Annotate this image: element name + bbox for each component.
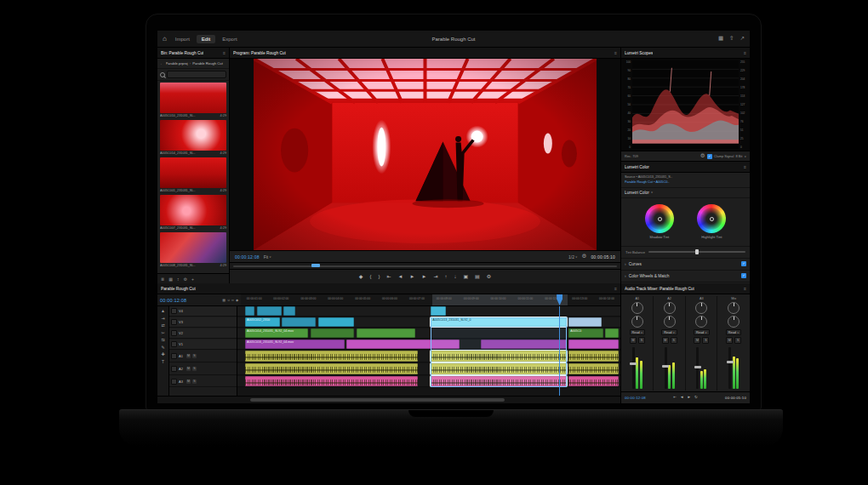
- track-header[interactable]: A3 M S: [169, 376, 237, 387]
- play-button[interactable]: ►: [409, 274, 414, 279]
- send-knob[interactable]: [631, 316, 643, 328]
- nest-icon[interactable]: ▦: [222, 298, 226, 302]
- timeline-clip[interactable]: A005C014_231031_SL92_04.mov: [245, 328, 308, 338]
- snap-icon[interactable]: ∪: [227, 298, 230, 302]
- timeline-clip[interactable]: [283, 306, 295, 316]
- panel-menu-icon[interactable]: ≡: [744, 286, 746, 291]
- pan-knob[interactable]: [664, 302, 676, 314]
- add-marker-button[interactable]: ◆: [359, 274, 363, 279]
- timeline-clip[interactable]: A005C012_2310: [245, 317, 280, 327]
- solo-button[interactable]: S: [702, 337, 709, 344]
- fader-handle[interactable]: [694, 366, 701, 368]
- track-header[interactable]: A2 M S: [169, 363, 237, 375]
- slip-tool[interactable]: ⇆: [161, 338, 164, 342]
- step-back-button[interactable]: ◄: [398, 274, 403, 279]
- timeline-clip[interactable]: A005C016_231031_SL92_04.mov: [245, 340, 345, 349]
- track-toggle[interactable]: [171, 330, 177, 336]
- slider-handle[interactable]: [695, 249, 699, 254]
- fullscreen-icon[interactable]: ↗: [740, 36, 745, 42]
- bin-clip-item[interactable]: A005C014_231031_SL.. 4:29: [160, 120, 226, 156]
- timeline-clip[interactable]: [245, 351, 418, 362]
- fader-track[interactable]: [696, 347, 699, 389]
- fader-handle[interactable]: [662, 365, 669, 368]
- clip-thumbnail[interactable]: [160, 157, 226, 188]
- bin-tab[interactable]: Bin: Parable Rough Cut: [161, 51, 203, 55]
- timeline-clip[interactable]: [568, 340, 619, 349]
- timeline-clip[interactable]: [568, 376, 619, 386]
- track-solo-button[interactable]: S: [192, 379, 197, 384]
- section-enabled-checkbox[interactable]: ✓: [741, 261, 746, 266]
- timeline-clip[interactable]: [568, 351, 619, 362]
- panel-menu-icon[interactable]: ≡: [223, 50, 226, 55]
- timeline-ruler[interactable]: 00:00:01:00 00:00:02:00 00:00:03:00 00:0…: [241, 294, 620, 305]
- ripple-edit-tool[interactable]: ⇄: [161, 323, 164, 328]
- track-toggle[interactable]: [171, 308, 177, 314]
- solo-button[interactable]: S: [638, 337, 645, 344]
- mark-out-button[interactable]: }: [378, 274, 380, 279]
- lumetri-effect-select[interactable]: Lumetri Color ∨: [621, 188, 750, 198]
- track-toggle[interactable]: [171, 379, 177, 385]
- fader-track[interactable]: [632, 347, 635, 389]
- lumetri-section[interactable]: › Curves ✓: [621, 259, 750, 271]
- section-enabled-checkbox[interactable]: ✓: [741, 273, 746, 278]
- go-to-in-button[interactable]: ⇤: [673, 396, 677, 400]
- panel-menu-icon[interactable]: ≡: [744, 50, 746, 55]
- timeline-clip[interactable]: [318, 317, 355, 327]
- go-to-in-button[interactable]: ⇤: [387, 274, 391, 279]
- breadcrumb-bin[interactable]: Parable Rough Cut: [192, 61, 223, 66]
- pan-knob[interactable]: [695, 302, 707, 314]
- tint-wheel[interactable]: [645, 204, 674, 233]
- play-button[interactable]: ►: [688, 396, 691, 400]
- program-scrubber[interactable]: [230, 262, 620, 269]
- scrubber-handle[interactable]: [311, 264, 320, 267]
- new-bin-icon[interactable]: +: [191, 277, 194, 282]
- playback-resolution-select[interactable]: 1/2 ∨: [568, 254, 578, 260]
- mute-button[interactable]: M: [630, 337, 637, 344]
- pan-knob[interactable]: [728, 302, 740, 314]
- sort-icon[interactable]: ↕: [177, 277, 180, 282]
- razor-tool[interactable]: ✂: [161, 331, 164, 335]
- solo-button[interactable]: S: [734, 337, 741, 344]
- mute-button[interactable]: M: [694, 337, 700, 344]
- automation-mode-select[interactable]: Read ∨: [726, 329, 742, 335]
- mixer-tab[interactable]: Audio Track Mixer: Parable Rough Cut: [625, 287, 694, 291]
- clip-thumbnail[interactable]: [160, 195, 226, 225]
- type-tool[interactable]: T: [162, 360, 164, 364]
- lumetri-color-tab[interactable]: Lumetri Color: [625, 165, 649, 169]
- mute-button[interactable]: M: [662, 337, 669, 344]
- track-toggle[interactable]: [171, 353, 177, 359]
- timeline-clip[interactable]: [568, 363, 619, 374]
- marker-icon[interactable]: ◆: [236, 298, 238, 302]
- bin-clip-item[interactable]: A005C007_231031_SL.. 4:29: [160, 195, 226, 231]
- bin-clip-item[interactable]: A005C008_231031_SL.. 4:29: [160, 232, 226, 268]
- lumetri-section[interactable]: › Color Wheels & Match ✓: [621, 271, 750, 282]
- playhead[interactable]: [559, 306, 560, 396]
- timeline-clip[interactable]: [245, 306, 254, 316]
- settings-icon[interactable]: ⚙: [183, 277, 186, 282]
- send-knob[interactable]: [664, 316, 676, 328]
- track-header[interactable]: V1: [169, 340, 237, 350]
- settings-button[interactable]: ⚙: [487, 274, 491, 279]
- scope-settings-icon[interactable]: ⚙: [700, 153, 705, 159]
- track-mute-button[interactable]: M: [186, 367, 191, 371]
- timeline-clip[interactable]: [245, 363, 418, 374]
- app-mode-tab[interactable]: Edit: [197, 35, 215, 43]
- timeline-scrollbar[interactable]: [157, 396, 620, 403]
- scrollbar-thumb[interactable]: [250, 398, 505, 402]
- clip-thumbnail[interactable]: [160, 120, 226, 151]
- track-toggle[interactable]: [171, 319, 177, 325]
- timeline-clip[interactable]: [245, 376, 418, 386]
- extract-button[interactable]: ↓: [454, 274, 456, 279]
- track-select-tool[interactable]: ⇥: [161, 317, 164, 321]
- panel-menu-icon[interactable]: ≡: [614, 286, 617, 291]
- tint-balance-slider[interactable]: [648, 251, 745, 253]
- track-solo-button[interactable]: S: [192, 367, 197, 371]
- home-button[interactable]: ⌂: [163, 36, 167, 43]
- timeline-clip[interactable]: A005C0: [568, 328, 603, 338]
- app-mode-tab[interactable]: Import: [170, 35, 195, 43]
- timeline-clip[interactable]: [311, 328, 355, 338]
- timeline-clip[interactable]: [282, 317, 317, 327]
- clip-thumbnail[interactable]: [160, 83, 226, 113]
- track-toggle[interactable]: [171, 341, 177, 347]
- tint-wheel[interactable]: [697, 204, 726, 233]
